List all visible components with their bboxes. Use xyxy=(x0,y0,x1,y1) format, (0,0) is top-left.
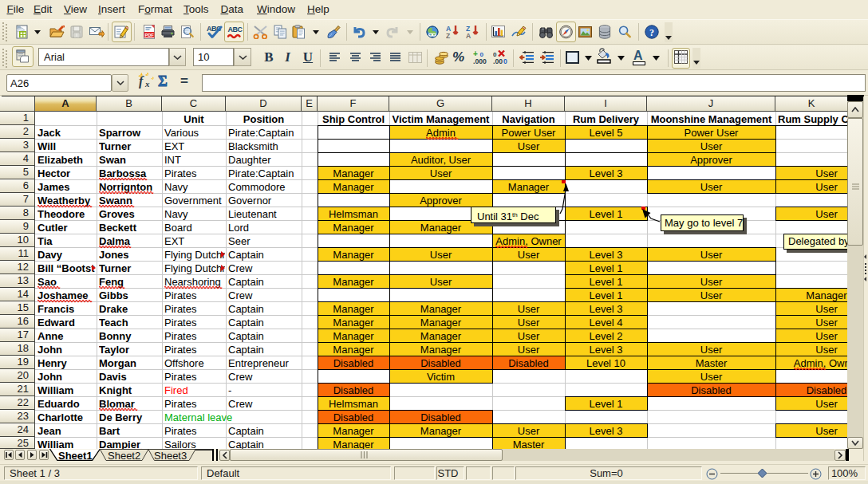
svg-text:?: ? xyxy=(649,27,654,38)
svg-text:.000: .000 xyxy=(473,57,487,65)
svg-text:PDF: PDF xyxy=(144,33,154,37)
svg-text:A: A xyxy=(466,32,471,39)
svg-text:Z: Z xyxy=(446,32,450,39)
svg-text:0: 0 xyxy=(503,57,507,65)
svg-text:x: x xyxy=(144,79,150,89)
svg-text:.00: .00 xyxy=(493,57,503,65)
svg-text:ABC: ABC xyxy=(228,26,243,33)
